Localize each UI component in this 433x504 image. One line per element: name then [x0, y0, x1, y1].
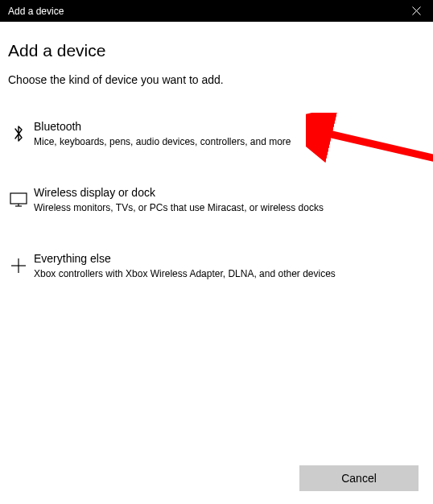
cancel-button[interactable]: Cancel — [299, 465, 419, 491]
option-title: Wireless display or dock — [34, 186, 425, 199]
option-title: Bluetooth — [34, 120, 425, 133]
option-wireless-display[interactable]: Wireless display or dock Wireless monito… — [8, 178, 425, 223]
option-description: Mice, keyboards, pens, audio devices, co… — [34, 135, 425, 149]
titlebar-title: Add a device — [8, 6, 64, 17]
close-icon — [412, 6, 421, 15]
svg-rect-2 — [10, 193, 27, 204]
option-description: Xbox controllers with Xbox Wireless Adap… — [34, 267, 425, 281]
option-text: Bluetooth Mice, keyboards, pens, audio d… — [34, 120, 425, 149]
option-description: Wireless monitors, TVs, or PCs that use … — [34, 201, 425, 215]
titlebar: Add a device — [0, 0, 433, 22]
close-button[interactable] — [406, 0, 427, 22]
footer: Cancel — [299, 465, 419, 491]
page-subtitle: Choose the kind of device you want to ad… — [8, 73, 425, 86]
plus-icon — [8, 255, 29, 276]
page-title: Add a device — [8, 41, 425, 60]
bluetooth-icon — [8, 123, 29, 144]
monitor-icon — [8, 189, 29, 210]
option-title: Everything else — [34, 252, 425, 265]
content-area: Add a device Choose the kind of device y… — [0, 22, 433, 288]
option-text: Everything else Xbox controllers with Xb… — [34, 252, 425, 281]
option-bluetooth[interactable]: Bluetooth Mice, keyboards, pens, audio d… — [8, 112, 425, 157]
option-everything-else[interactable]: Everything else Xbox controllers with Xb… — [8, 244, 425, 289]
option-text: Wireless display or dock Wireless monito… — [34, 186, 425, 215]
